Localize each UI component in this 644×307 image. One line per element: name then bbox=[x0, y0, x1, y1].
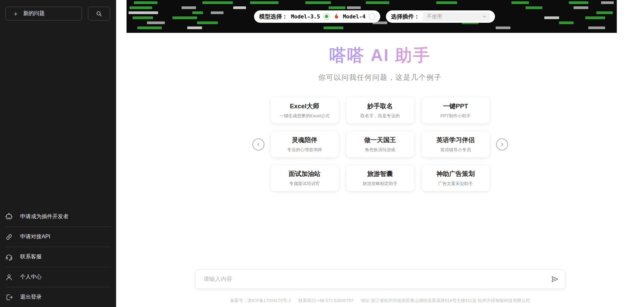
example-card-travel[interactable]: 旅游智囊 旅游攻略制定助手 bbox=[346, 165, 414, 191]
card-desc: PPT制作小助手 bbox=[440, 113, 470, 119]
banner-bar bbox=[496, 26, 510, 29]
chevron-down-icon bbox=[482, 14, 487, 19]
banner-bar bbox=[172, 16, 197, 19]
plugin-selected-value: 不使用 bbox=[427, 13, 442, 20]
banner-bar bbox=[187, 26, 202, 29]
model-4-radio[interactable] bbox=[369, 13, 375, 20]
example-card-naming[interactable]: 妙手取名 取名字，我是专业的 bbox=[346, 98, 414, 123]
sidebar-item-profile[interactable]: 个人中心 bbox=[0, 267, 116, 287]
card-desc: 专业的心理咨询师 bbox=[287, 147, 322, 153]
banner-bar bbox=[329, 6, 345, 9]
composer-row bbox=[116, 269, 644, 289]
sidebar-item-label: 联系客服 bbox=[20, 253, 42, 260]
banner-bar bbox=[569, 1, 588, 4]
model-35-label: Model-3.5 bbox=[291, 13, 320, 20]
card-title: 灵魂陪伴 bbox=[292, 136, 317, 144]
carousel-prev-button[interactable] bbox=[252, 138, 264, 150]
send-button[interactable] bbox=[551, 275, 559, 283]
card-desc: 专属面试培训官 bbox=[289, 181, 320, 187]
examples-carousel: Excel大师 一键生成想要的Excel公式 妙手取名 取名字，我是专业的 一键… bbox=[116, 98, 644, 191]
chevron-left-icon bbox=[256, 142, 261, 147]
model-35-radio[interactable] bbox=[324, 13, 330, 20]
new-question-button[interactable]: ＋ 新的问题 bbox=[5, 7, 82, 20]
flame-icon bbox=[333, 13, 340, 20]
plugin-select-label: 选择插件： bbox=[391, 13, 419, 20]
example-card-soulmate[interactable]: 灵魂陪伴 专业的心理咨询师 bbox=[271, 131, 339, 157]
card-desc: 广告文案策划助手 bbox=[438, 181, 473, 187]
sidebar-item-logout[interactable]: 退出登录 bbox=[0, 287, 116, 307]
banner-bar bbox=[588, 26, 605, 29]
banner-bar bbox=[511, 1, 529, 4]
banner-bar bbox=[324, 26, 343, 29]
sidebar-top-actions: ＋ 新的问题 bbox=[0, 0, 116, 20]
model-select-pill: 模型选择： Model-3.5 Model-4 bbox=[254, 10, 380, 23]
banner-bar bbox=[202, 1, 233, 4]
footer-address: 地址:浙江省杭州市临安区青山湖街道星港路618号主楼411室 杭州方得智能科技有… bbox=[361, 298, 530, 303]
sidebar-spacer bbox=[0, 20, 116, 207]
footer: 备案号：浙ICP备17004170号-2 联系我们:+86 571 638307… bbox=[116, 298, 644, 304]
banner-bar bbox=[134, 1, 157, 4]
example-card-king[interactable]: 做一天国王 角色扮演玩游戏 bbox=[346, 131, 414, 157]
page-subtitle: 你可以问我任何问题，这是几个例子 bbox=[116, 73, 644, 82]
page-title: 嗒嗒 AI 助手 bbox=[116, 44, 644, 67]
banner-bar bbox=[436, 1, 457, 4]
card-title: 旅游智囊 bbox=[367, 170, 393, 178]
message-input[interactable] bbox=[204, 276, 551, 283]
banner-bar bbox=[147, 21, 165, 24]
example-card-ppt[interactable]: 一键PPT PPT制作小助手 bbox=[422, 98, 490, 123]
chevron-right-icon bbox=[499, 142, 505, 147]
plus-icon: ＋ bbox=[12, 10, 19, 17]
user-icon bbox=[5, 273, 13, 281]
main-content: 模型选择： Model-3.5 Model-4 选择插件： 不使用 bbox=[116, 0, 644, 307]
banner-bar bbox=[211, 11, 224, 14]
plugin-select-dropdown[interactable]: 不使用 bbox=[423, 12, 490, 21]
model-4-label: Model-4 bbox=[343, 13, 365, 20]
footer-contact: 联系我们:+86 571 63830797 bbox=[298, 298, 353, 303]
banner-bar bbox=[129, 11, 158, 14]
card-title: 面试加油站 bbox=[289, 170, 320, 178]
banner-bar bbox=[601, 1, 614, 4]
top-banner: 模型选择： Model-3.5 Model-4 选择插件： 不使用 bbox=[127, 0, 617, 33]
card-title: 一键PPT bbox=[443, 102, 468, 111]
card-title: Excel大师 bbox=[290, 102, 319, 111]
sidebar-item-api[interactable]: 申请对接API bbox=[0, 227, 116, 247]
example-card-interview[interactable]: 面试加油站 专属面试培训官 bbox=[271, 165, 339, 191]
banner-bar bbox=[574, 6, 588, 9]
banner-bar bbox=[192, 11, 203, 14]
banner-bar bbox=[233, 6, 246, 9]
sidebar-item-plugin-developer[interactable]: 申请成为插件开发者 bbox=[0, 207, 116, 227]
banner-bar bbox=[366, 1, 389, 4]
banner-bar bbox=[197, 21, 217, 24]
sidebar: ＋ 新的问题 申请成为插件开发者 bbox=[0, 0, 116, 307]
banner-bar bbox=[596, 11, 613, 14]
sidebar-item-label: 申请成为插件开发者 bbox=[20, 213, 68, 220]
headset-icon bbox=[5, 253, 13, 261]
banner-bar bbox=[585, 16, 605, 19]
plugin-select-pill: 选择插件： 不使用 bbox=[386, 10, 495, 23]
banner-bar bbox=[130, 6, 152, 9]
send-icon bbox=[551, 275, 559, 283]
examples-grid: Excel大师 一键生成想要的Excel公式 妙手取名 取名字，我是专业的 一键… bbox=[271, 98, 490, 191]
sidebar-item-label: 退出登录 bbox=[20, 294, 42, 301]
sidebar-item-label: 申请对接API bbox=[20, 233, 50, 240]
search-button[interactable] bbox=[88, 7, 110, 20]
example-card-english[interactable]: 英语学习伴侣 英语辅导小专员 bbox=[422, 131, 490, 157]
sidebar-menu: 申请成为插件开发者 申请对接API bbox=[0, 207, 116, 307]
banner-bar bbox=[347, 6, 361, 9]
example-card-excel[interactable]: Excel大师 一键生成想要的Excel公式 bbox=[271, 98, 339, 123]
banner-bar bbox=[526, 6, 542, 9]
card-title: 妙手取名 bbox=[367, 102, 393, 111]
carousel-next-button[interactable] bbox=[496, 138, 508, 150]
card-title: 神助广告策划 bbox=[437, 170, 475, 178]
banner-bar bbox=[305, 1, 331, 4]
sidebar-item-support[interactable]: 联系客服 bbox=[0, 247, 116, 267]
link-icon bbox=[5, 233, 13, 241]
composer bbox=[195, 269, 565, 289]
card-desc: 一键生成想要的Excel公式 bbox=[280, 113, 330, 119]
logout-icon bbox=[5, 293, 13, 301]
puzzle-icon bbox=[5, 213, 13, 221]
card-desc: 取名字，我是专业的 bbox=[360, 113, 400, 119]
example-card-ads[interactable]: 神助广告策划 广告文案策划助手 bbox=[422, 165, 490, 191]
footer-beian: 备案号：浙ICP备17004170号-2 bbox=[230, 298, 291, 303]
sidebar-item-label: 个人中心 bbox=[20, 273, 42, 281]
